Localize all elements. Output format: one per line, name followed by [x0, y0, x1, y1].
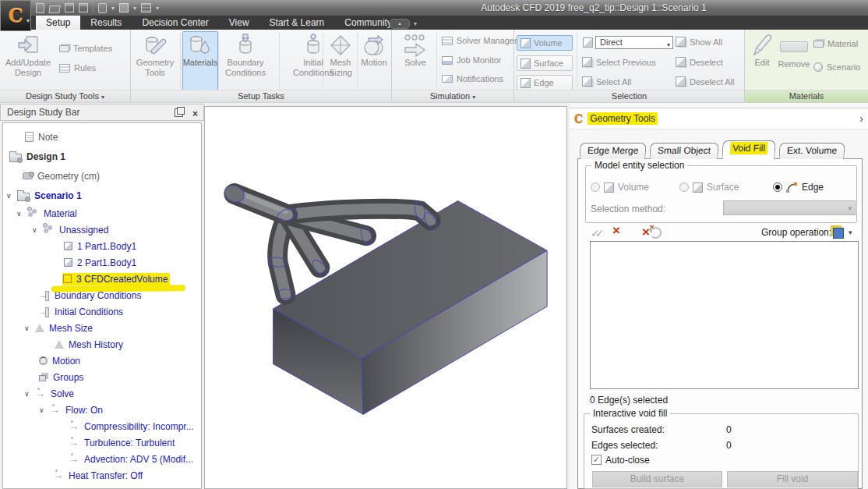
- tree-item-note[interactable]: Note: [3, 127, 201, 147]
- selection-method-dropdown[interactable]: [723, 200, 856, 215]
- geometry-tools-button[interactable]: Geometry Tools: [132, 31, 178, 90]
- application-menu-button[interactable]: C: [0, 0, 31, 31]
- save-icon[interactable]: [65, 3, 74, 12]
- select-volume-button[interactable]: Volume: [517, 35, 573, 51]
- unassigned-molecule-icon: [43, 223, 48, 228]
- group-operation-caret-icon[interactable]: [849, 229, 852, 236]
- chevron-expanded-icon[interactable]: [39, 406, 50, 414]
- chevron-expanded-icon[interactable]: [32, 226, 43, 234]
- job-monitor-button[interactable]: Job Monitor: [442, 55, 501, 65]
- ribbon-collapse-icon[interactable]: ▾: [156, 5, 159, 12]
- materials-button[interactable]: Materials: [182, 31, 218, 90]
- group-operation-icon[interactable]: [833, 228, 844, 239]
- visibility-cube-icon[interactable]: [119, 3, 129, 12]
- screencast-icon[interactable]: [390, 19, 410, 29]
- material-browser-button[interactable]: Material: [813, 39, 858, 48]
- panel-float-icon[interactable]: [175, 108, 183, 117]
- tab-decision-center[interactable]: Decision Center: [132, 16, 218, 30]
- tree-item-unassigned[interactable]: Unassigned: [3, 221, 201, 238]
- group-footer-design-study-tools[interactable]: Design Study Tools: [0, 90, 130, 102]
- tab-void-fill[interactable]: Void Fill: [722, 140, 776, 159]
- selection-method-combo[interactable]: Direct: [595, 36, 673, 49]
- design-study-table-icon[interactable]: [141, 3, 151, 12]
- tab-small-object[interactable]: Small Object: [650, 143, 719, 159]
- tree-item-mesh-history[interactable]: Mesh History: [3, 336, 201, 353]
- radio-surface-icon[interactable]: [679, 182, 689, 192]
- show-all-button[interactable]: Show All: [676, 37, 722, 47]
- select-surface-button[interactable]: Surface: [517, 55, 573, 71]
- chevron-expanded-icon[interactable]: [24, 324, 35, 332]
- tree-item-turbulence[interactable]: Turbulence: Turbulent: [3, 434, 201, 451]
- tab-setup[interactable]: Setup: [36, 16, 80, 30]
- tree-item-compressibility[interactable]: Compressibility: Incompr...: [3, 418, 201, 434]
- group-footer-selection[interactable]: Selection: [514, 90, 744, 102]
- group-footer-setup-tasks[interactable]: Setup Tasks: [131, 90, 391, 102]
- remove-material-button[interactable]: Remove: [778, 31, 810, 90]
- templates-button[interactable]: Templates: [59, 44, 112, 53]
- select-edge-button[interactable]: Edge: [517, 75, 573, 90]
- tree-item-groups[interactable]: Groups: [3, 369, 201, 385]
- design-study-tree[interactable]: Note Design 1 Geometry (cm) Scenario 1 M…: [2, 122, 202, 489]
- design-study-bar-header[interactable]: Design Study Bar: [0, 104, 204, 121]
- rules-button[interactable]: Rules: [59, 63, 96, 73]
- panel-collapse-chevron-icon[interactable]: [859, 112, 863, 125]
- select-previous-button[interactable]: Select Previous: [582, 57, 655, 67]
- tree-item-scenario-1[interactable]: Scenario 1: [3, 186, 201, 205]
- new-file-icon[interactable]: [36, 3, 44, 13]
- tree-item-motion[interactable]: Motion: [3, 353, 201, 369]
- visibility-caret-icon[interactable]: [133, 5, 136, 12]
- solve-button[interactable]: Solve: [395, 31, 436, 90]
- tree-item-flow[interactable]: Flow: On: [3, 402, 201, 418]
- tree-item-part1-body1-2[interactable]: 2 Part1.Body1: [3, 254, 201, 271]
- chevron-expanded-icon[interactable]: [6, 192, 17, 200]
- apply-selection-icon[interactable]: [591, 227, 599, 239]
- tree-item-heat-transfer[interactable]: Heat Transfer: Off: [3, 467, 201, 484]
- fill-void-button[interactable]: Fill void: [727, 471, 858, 487]
- radio-volume-icon[interactable]: [591, 182, 600, 192]
- scenario-environment-button[interactable]: Scenario: [813, 62, 860, 72]
- select-tool-icon[interactable]: [98, 3, 107, 13]
- tree-item-mesh-size[interactable]: Mesh Size: [3, 320, 201, 336]
- solver-manager-button[interactable]: Solver Manager: [442, 36, 517, 45]
- screencast-caret-icon[interactable]: [414, 20, 417, 27]
- tree-item-material[interactable]: Material: [3, 205, 201, 221]
- deselect-all-button[interactable]: Deselect All: [676, 76, 734, 87]
- radio-volume[interactable]: Volume: [591, 182, 649, 193]
- radio-edge-icon[interactable]: [773, 182, 782, 192]
- add-update-design-button[interactable]: Add/Update Design: [3, 31, 53, 90]
- group-footer-materials[interactable]: Materials: [745, 90, 868, 102]
- panel-close-icon[interactable]: [192, 106, 198, 122]
- mesh-sizing-button[interactable]: Mesh Sizing: [324, 31, 357, 90]
- viewport-3d[interactable]: [204, 106, 567, 489]
- tree-item-design-1[interactable]: Design 1: [3, 147, 201, 166]
- tree-item-initial-conditions[interactable]: Initial Conditions: [3, 303, 201, 320]
- tab-start-learn[interactable]: Start & Learn: [259, 16, 335, 30]
- auto-close-checkbox[interactable]: [591, 455, 602, 465]
- notifications-button[interactable]: Notifications: [442, 74, 503, 83]
- chevron-expanded-icon[interactable]: [16, 210, 27, 218]
- tree-item-geometry[interactable]: Geometry (cm): [3, 166, 201, 186]
- edit-material-button[interactable]: Edit: [748, 31, 776, 90]
- tree-item-part1-body1-1[interactable]: 1 Part1.Body1: [3, 238, 201, 254]
- save-as-icon[interactable]: [79, 3, 88, 12]
- radio-edge[interactable]: Edge: [773, 182, 824, 193]
- tab-view[interactable]: View: [219, 16, 259, 30]
- tab-ext-volume[interactable]: Ext. Volume: [779, 143, 845, 159]
- tree-item-advection[interactable]: Advection: ADV 5 (Modif...: [3, 451, 201, 467]
- motion-button[interactable]: Motion: [358, 31, 390, 90]
- open-file-icon[interactable]: [48, 5, 60, 13]
- tree-item-solve[interactable]: Solve: [3, 385, 201, 402]
- edge-selection-listbox[interactable]: [590, 241, 859, 389]
- tab-edge-merge[interactable]: Edge Merge: [579, 143, 646, 159]
- deselect-button[interactable]: Deselect: [676, 57, 723, 67]
- tab-results[interactable]: Results: [80, 16, 132, 30]
- group-footer-simulation[interactable]: Simulation: [392, 90, 513, 102]
- select-all-button[interactable]: Select All: [582, 76, 631, 87]
- build-surface-button[interactable]: Build surface: [592, 471, 722, 487]
- remove-selection-icon[interactable]: [612, 225, 620, 236]
- refresh-icon[interactable]: [650, 227, 662, 239]
- radio-surface[interactable]: Surface: [679, 182, 739, 193]
- chevron-expanded-icon[interactable]: [24, 390, 35, 398]
- boundary-conditions-button[interactable]: Boundary Conditions: [220, 31, 271, 90]
- select-tool-caret-icon[interactable]: [111, 5, 115, 12]
